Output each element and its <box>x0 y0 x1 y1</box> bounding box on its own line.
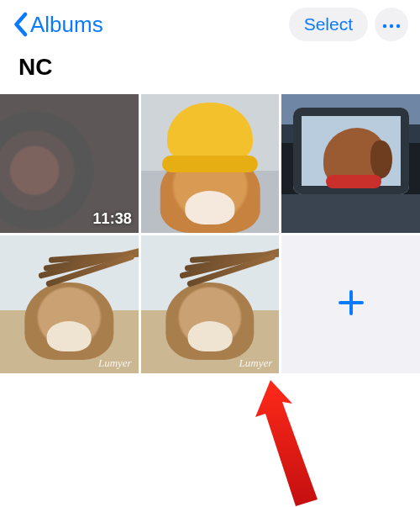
watermark: Lumyer <box>239 356 273 370</box>
back-button[interactable]: Albums <box>12 12 103 38</box>
nav-actions: Select <box>289 8 408 41</box>
svg-marker-3 <box>255 380 318 506</box>
album-title: NC <box>0 49 420 94</box>
ellipsis-icon <box>382 17 401 32</box>
thumbnail <box>141 235 280 374</box>
select-button[interactable]: Select <box>289 8 368 41</box>
grid-item-photo[interactable]: Lumyer <box>141 235 280 374</box>
grid-item-photo[interactable] <box>281 94 420 233</box>
thumbnail <box>141 94 280 233</box>
chevron-back-icon <box>12 12 29 37</box>
navbar: Albums Select <box>0 0 420 49</box>
thumbnail <box>0 235 139 374</box>
svg-point-2 <box>396 24 400 28</box>
plus-icon <box>337 288 365 320</box>
photo-grid: 11:38 Lumyer <box>0 94 420 373</box>
grid-item-photo[interactable] <box>141 94 280 233</box>
svg-point-1 <box>390 24 393 28</box>
annotation-arrow <box>237 380 338 507</box>
thumbnail <box>281 94 420 233</box>
watermark: Lumyer <box>98 356 132 370</box>
grid-item-photo[interactable]: Lumyer <box>0 235 139 374</box>
video-duration: 11:38 <box>93 210 132 228</box>
svg-point-0 <box>383 24 386 28</box>
grid-item-video[interactable]: 11:38 <box>0 94 139 233</box>
more-button[interactable] <box>375 8 408 41</box>
add-photos-button[interactable] <box>281 235 420 374</box>
back-label: Albums <box>30 12 103 38</box>
